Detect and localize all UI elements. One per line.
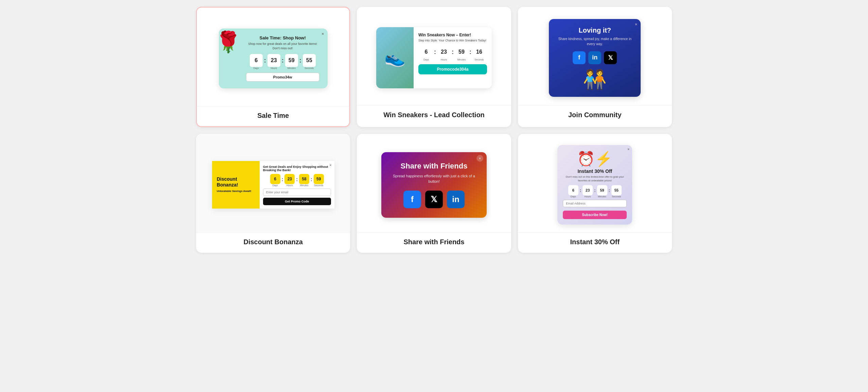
colon-2: : xyxy=(452,49,454,56)
card-preview-instant: × ⏰⚡ Instant 30% Off Don't miss out on t… xyxy=(518,134,672,232)
colon-2: : xyxy=(282,57,284,64)
countdown: 6 Days : 23 Hours : 59 Minutes : xyxy=(563,185,627,198)
popup-subtitle: Step into Style: Your Chance to Win Snea… xyxy=(418,39,487,43)
days-label: Days xyxy=(423,58,429,61)
promo-code-button[interactable]: Promo34w xyxy=(246,73,319,82)
seconds-label: Seconds xyxy=(612,195,621,198)
colon-2: : xyxy=(594,188,595,193)
popup-title: Sale Time: Shop Now! xyxy=(246,35,319,40)
minutes-label: Minutes xyxy=(287,67,296,69)
colon-3: : xyxy=(299,57,301,64)
card-share-friends: × Share with Friends Spread happiness ef… xyxy=(357,134,511,253)
days-box: 6 xyxy=(250,54,263,67)
minutes-group: 58 Minutes xyxy=(299,174,309,186)
seconds-group: 16 Seconds xyxy=(473,46,486,61)
card-preview-share: × Share with Friends Spread happiness ef… xyxy=(357,134,511,232)
colon-1: : xyxy=(434,49,436,56)
linkedin-icon[interactable]: in xyxy=(588,51,601,64)
days-box: 6 xyxy=(568,185,578,195)
popup-title: Loving it? xyxy=(556,26,634,34)
colon-1: : xyxy=(580,188,581,193)
minutes-box: 59 xyxy=(455,46,468,58)
email-input[interactable] xyxy=(263,189,331,196)
popup-subtitle: Don't miss out on this limited-time offe… xyxy=(563,175,627,182)
hours-group: 23 Hours xyxy=(583,185,593,198)
colon-3: : xyxy=(311,177,312,182)
minutes-group: 59 Minutes xyxy=(597,185,607,198)
x-share-icon[interactable]: 𝕏 xyxy=(425,191,443,208)
subscribe-button[interactable]: Subscribe Now! xyxy=(563,211,627,219)
close-button[interactable]: × xyxy=(329,163,331,167)
minutes-label: Minutes xyxy=(598,195,606,198)
popup-discount: × Discount Bonanza! Unbeatable Savings A… xyxy=(212,161,334,209)
seconds-label: Seconds xyxy=(305,67,314,69)
popup-instant: × ⏰⚡ Instant 30% Off Don't miss out on t… xyxy=(557,145,632,225)
get-promo-button[interactable]: Get Promo Code xyxy=(263,198,331,205)
discount-right: Get Great Deals and Enjoy Shopping witho… xyxy=(260,161,334,209)
sneaker-content: Win Sneakers Now – Enter! Step into Styl… xyxy=(414,27,492,88)
days-group: 6 Days xyxy=(270,174,280,186)
discount-heading: Discount Bonanza! Unbeatable Savings Awa… xyxy=(217,176,256,193)
popup-title: Win Sneakers Now – Enter! xyxy=(418,33,487,37)
colon-3: : xyxy=(469,49,471,56)
minutes-box: 59 xyxy=(285,54,298,67)
card-preview-sneakers: 👟 Win Sneakers Now – Enter! Step into St… xyxy=(357,7,511,105)
popup-share: × Share with Friends Spread happiness ef… xyxy=(381,152,487,218)
minutes-box: 59 xyxy=(597,185,607,195)
seconds-box: 59 xyxy=(314,174,324,184)
close-button[interactable]: × xyxy=(635,22,638,27)
x-icon[interactable]: 𝕏 xyxy=(604,51,617,64)
flower-icon: 🌹 xyxy=(215,32,241,52)
close-button[interactable]: × xyxy=(476,155,483,162)
countdown: 6 Days : 23 Hours : 59 Minutes : xyxy=(246,54,319,69)
card-preview-discount: × Discount Bonanza! Unbeatable Savings A… xyxy=(196,134,350,232)
sneaker-image: 👟 xyxy=(376,27,414,88)
hours-label: Hours xyxy=(271,67,277,69)
share-icons: f 𝕏 in xyxy=(389,191,479,208)
seconds-box: 55 xyxy=(303,54,316,67)
seconds-group: 55 Seconds xyxy=(611,185,622,198)
hours-box: 23 xyxy=(437,46,450,58)
hours-box: 23 xyxy=(267,54,280,67)
card-instant-off: × ⏰⚡ Instant 30% Off Don't miss out on t… xyxy=(518,134,672,253)
hours-box: 23 xyxy=(583,185,593,195)
minutes-group: 59 Minutes xyxy=(455,46,468,61)
days-group: 6 Days xyxy=(568,185,578,198)
close-button[interactable]: × xyxy=(627,147,629,151)
promo-code-button[interactable]: Promocode304a xyxy=(418,64,487,74)
hours-box: 23 xyxy=(284,174,295,184)
days-group: 6 Days xyxy=(420,46,433,61)
social-icons: f in 𝕏 xyxy=(556,51,634,64)
popup-subtitle: Spread happiness effortlessly with just … xyxy=(389,173,479,184)
card-join-community: × Loving it? Share kindness, spread joy,… xyxy=(518,7,672,127)
hours-label: Hours xyxy=(287,184,293,186)
discount-left: Discount Bonanza! Unbeatable Savings Awa… xyxy=(212,172,260,198)
days-group: 6 Days xyxy=(250,54,263,69)
popup-subtitle: Share kindness, spread joy, make a diffe… xyxy=(556,36,634,47)
linkedin-share-icon[interactable]: in xyxy=(447,191,465,208)
popup-community: × Loving it? Share kindness, spread joy,… xyxy=(549,19,641,97)
popup-subtitle: Get Great Deals and Enjoy Shopping witho… xyxy=(263,165,331,172)
seconds-box: 16 xyxy=(473,46,486,58)
card-label: Instant 30% Off xyxy=(518,232,672,253)
seconds-group: 59 Seconds xyxy=(314,174,324,186)
close-button[interactable]: × xyxy=(322,31,324,36)
card-preview-community: × Loving it? Share kindness, spread joy,… xyxy=(518,7,672,105)
email-input[interactable] xyxy=(563,200,627,207)
days-box: 6 xyxy=(270,174,280,184)
hours-label: Hours xyxy=(441,58,447,61)
facebook-icon[interactable]: f xyxy=(573,51,586,64)
card-label: Share with Friends xyxy=(357,232,511,253)
popup-title: Share with Friends xyxy=(389,162,479,171)
card-label: Win Sneakers - Lead Collection xyxy=(357,105,511,126)
popup-title: Instant 30% Off xyxy=(563,168,627,174)
colon-3: : xyxy=(609,188,610,193)
facebook-share-icon[interactable]: f xyxy=(403,191,421,208)
card-win-sneakers: 👟 Win Sneakers Now – Enter! Step into St… xyxy=(357,7,511,127)
days-box: 6 xyxy=(420,46,433,58)
countdown: 6 Days : 23 Hours : 58 Minutes xyxy=(263,174,331,186)
minutes-label: Minutes xyxy=(300,184,309,186)
campaign-grid: × 🌹 Sale Time: Shop Now! Shop now for gr… xyxy=(196,7,672,253)
hours-label: Hours xyxy=(585,195,591,198)
colon-2: : xyxy=(296,177,298,182)
